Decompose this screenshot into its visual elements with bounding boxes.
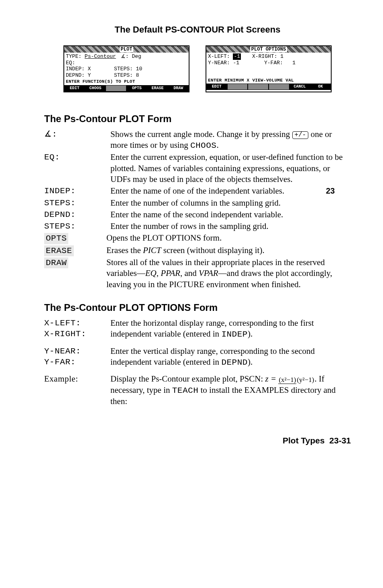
def-row: Y-NEAR: Y-FAR: Enter the vertical displa…: [44, 346, 351, 368]
screen-type-label: TYPE:: [66, 53, 81, 60]
def-row: DEPND: Enter the name of the second inde…: [44, 209, 351, 220]
softkey[interactable]: [269, 84, 289, 90]
def-desc: Shows the current angle mode. Change it …: [110, 129, 351, 151]
page-footer: Plot Types 23-31: [44, 435, 351, 446]
def-desc: Opens the PLOT OPTIONS form.: [106, 233, 351, 244]
screen-yfar: Y-FAR: 1: [264, 60, 295, 66]
screen-ynear: Y-NEAR: -1: [208, 60, 264, 66]
def-term: INDEP:: [44, 186, 110, 196]
screen-type-value: Ps-Contour: [85, 53, 116, 60]
softkey[interactable]: OPTS: [126, 85, 147, 92]
def-desc: Enter the number of rows in the sampling…: [110, 221, 351, 232]
def-term: Example:: [44, 374, 110, 407]
def-term: DEPND:: [44, 209, 110, 220]
def-row: STEPS: Enter the number of columns in th…: [44, 198, 351, 208]
screen-options-softkeys: EDIT CANCL OK: [206, 84, 331, 90]
screenshots-row: PLOT TYPE: Ps-Contour∡: Deg EQ: INDEP: X…: [44, 45, 351, 92]
softkey[interactable]: OK: [310, 84, 331, 90]
page-main-title: The Default PS-CONTOUR Plot Screens: [44, 24, 351, 36]
def-desc: Enter the horizontal display range, corr…: [110, 318, 351, 340]
screen-depnd: DEPND: Y: [66, 72, 114, 79]
def-term: EQ:: [44, 152, 110, 185]
screen-xleft-label: X-LEFT:: [208, 53, 230, 60]
softkey[interactable]: [227, 84, 248, 90]
def-term: OPTS: [44, 233, 68, 244]
def-term: Y-NEAR: Y-FAR:: [44, 346, 110, 368]
softkey[interactable]: ERASE: [147, 85, 168, 92]
def-desc: Enter the name of the second independent…: [110, 209, 351, 220]
def-row: OPTS Opens the PLOT OPTIONS form.: [44, 233, 351, 244]
def-term: STEPS:: [44, 198, 110, 208]
def-row: ERASE Erases the PICT screen (without di…: [44, 245, 351, 256]
softkey[interactable]: CANCL: [289, 84, 310, 90]
def-term: ∡:: [44, 129, 110, 151]
softkey[interactable]: DRAW: [168, 85, 189, 92]
section-plot-form-title: The Ps-Contour PLOT Form: [44, 112, 351, 125]
screen-indep-steps: STEPS: 10: [114, 66, 142, 72]
def-row: Example: Display the Ps-Contour example …: [44, 374, 351, 407]
def-desc: Display the Ps-Contour example plot, PSC…: [110, 374, 351, 407]
screen-plot: PLOT TYPE: Ps-Contour∡: Deg EQ: INDEP: X…: [63, 45, 189, 92]
key-plusminus: +/-: [292, 131, 309, 139]
softkey[interactable]: [106, 85, 126, 92]
softkey[interactable]: [248, 84, 269, 90]
screen-depnd-steps: STEPS: 8: [114, 72, 139, 79]
screen-plot-options: PLOT OPTIONS X-LEFT: -1X-RIGHT: 1 Y-NEAR…: [206, 45, 332, 92]
softkey[interactable]: CHOOS: [85, 85, 106, 92]
screen-plot-prompt: ENTER FUNCTION(S) TO PLOT: [64, 79, 189, 85]
softkey[interactable]: EDIT: [206, 84, 227, 90]
screen-xright: X-RIGHT: 1: [252, 53, 283, 60]
screen-plot-header: PLOT: [64, 46, 189, 53]
def-row: EQ: Enter the current expression, equati…: [44, 152, 351, 185]
softkey[interactable]: EDIT: [64, 85, 85, 92]
screen-options-prompt: ENTER MINIMUM X VIEW-VOLUME VAL: [206, 78, 331, 84]
screen-options-header: PLOT OPTIONS: [206, 46, 331, 53]
chapter-number: 23: [326, 186, 335, 196]
screen-eq-label: EQ:: [66, 60, 75, 66]
def-row: DRAW Stores all of the values in their a…: [44, 257, 351, 290]
def-desc: Erases the PICT screen (without displayi…: [106, 245, 351, 256]
def-desc: Enter the current expression, equation, …: [110, 152, 351, 185]
def-row: ∡: Shows the current angle mode. Change …: [44, 129, 351, 151]
def-term: ERASE: [44, 245, 74, 256]
section-plot-options-title: The Ps-Contour PLOT OPTIONS Form: [44, 301, 351, 314]
def-desc: Stores all of the values in their approp…: [106, 257, 351, 290]
def-desc: Enter the vertical display range, corres…: [110, 346, 351, 368]
def-row: 23 INDEP: Enter the name of one of the i…: [44, 186, 351, 196]
def-row: X-LEFT: X-RIGHT: Enter the horizontal di…: [44, 318, 351, 340]
screen-xleft-value: -1: [233, 53, 241, 60]
def-term: DRAW: [44, 257, 68, 268]
def-desc: Enter the name of one of the independent…: [110, 186, 351, 196]
screen-indep: INDEP: X: [66, 66, 114, 72]
def-row: STEPS: Enter the number of rows in the s…: [44, 221, 351, 232]
def-desc: Enter the number of columns in the sampl…: [110, 198, 351, 208]
def-term: X-LEFT: X-RIGHT:: [44, 318, 110, 340]
screen-angle: ∡: Deg: [121, 53, 141, 60]
screen-plot-softkeys: EDIT CHOOS OPTS ERASE DRAW: [64, 85, 189, 92]
def-term: STEPS:: [44, 221, 110, 232]
